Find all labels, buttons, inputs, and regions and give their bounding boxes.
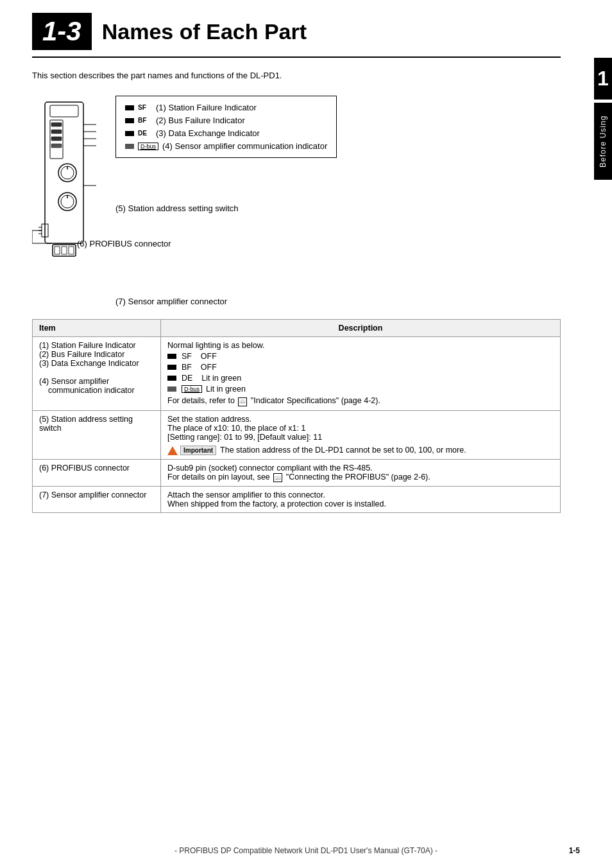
desc-bf-led [167, 365, 176, 370]
desc-bf-row: BF OFF [167, 363, 554, 372]
important-badge: Important [180, 446, 216, 455]
indicator-sf-row: SF (1) Station Failure Indicator [125, 103, 327, 112]
indicator-dbus-row: D-bus (4) Sensor amplifier communication… [125, 141, 327, 151]
svg-rect-1 [50, 105, 78, 117]
important-box: Important The station address of the DL-… [167, 446, 554, 455]
de-label: (3) Data Exchange Indicator [156, 128, 260, 138]
desc-de-row: DE Lit in green [167, 374, 554, 383]
desc-cell-6: D-sub9 pin (socket) connector compliant … [161, 459, 561, 487]
page-footer-right: 1-5 [569, 846, 580, 855]
item-cell-7: (7) Sensor amplifier connector [33, 487, 161, 513]
chapter-header: 1-3 Names of Each Part [32, 13, 561, 58]
desc-sf-row: SF OFF [167, 352, 554, 361]
side-tab: Before Using [594, 103, 612, 180]
item-cell-5: (5) Station address setting switch [33, 410, 161, 459]
indicator-bf-row: BF (2) Bus Failure Indicator [125, 116, 327, 125]
table-header-description: Description [161, 320, 561, 337]
desc-de-led [167, 376, 176, 381]
device-diagram [32, 96, 109, 309]
desc-cell-1: Normal lighting is as below. SF OFF BF O… [161, 337, 561, 411]
svg-rect-0 [45, 102, 83, 243]
profibus-desc-2: For details on pin layout, see 📖 "Connec… [167, 473, 554, 483]
profibus-label: (6) PROFIBUS connector [77, 239, 337, 248]
diagram-section: SF (1) Station Failure Indicator BF (2) … [32, 96, 561, 309]
table-row: (6) PROFIBUS connector D-sub9 pin (socke… [33, 459, 561, 487]
station-desc-2: The place of x10: 10, the place of x1: 1 [167, 424, 554, 433]
book-icon-2: 📖 [273, 473, 282, 482]
desc-sf-led [167, 354, 176, 359]
svg-rect-6 [51, 144, 62, 148]
normal-lighting-text: Normal lighting is as below. [167, 341, 554, 350]
desc-dbus-text: Lit in green [206, 385, 246, 394]
table-row: (1) Station Failure Indicator(2) Bus Fai… [33, 337, 561, 411]
dbus-led-icon [125, 144, 134, 149]
desc-bf-label: BF OFF [182, 363, 217, 372]
desc-dbus-row: D-bus Lit in green [167, 385, 554, 394]
sf-label: (1) Station Failure Indicator [156, 103, 257, 112]
station-desc-3: [Setting range]: 01 to 99, [Default valu… [167, 433, 554, 442]
svg-rect-4 [51, 130, 62, 134]
desc-ref-row: For details, refer to 📖 "Indicator Speci… [167, 396, 554, 406]
bf-label: (2) Bus Failure Indicator [156, 116, 245, 125]
table-row: (7) Sensor amplifier connector Attach th… [33, 487, 561, 513]
sf-led-icon [125, 105, 134, 110]
important-text: The station address of the DL-PD1 cannot… [220, 446, 466, 455]
diagram-labels: SF (1) Station Failure Indicator BF (2) … [115, 96, 337, 248]
item-cell-6: (6) PROFIBUS connector [33, 459, 161, 487]
svg-rect-3 [51, 123, 62, 126]
desc-dbus-led [167, 386, 176, 392]
profibus-desc-1: D-sub9 pin (socket) connector compliant … [167, 464, 554, 473]
sensor-amp-desc-2: When shipped from the factory, a protect… [167, 499, 554, 508]
item-cell-1: (1) Station Failure Indicator(2) Bus Fai… [33, 337, 161, 411]
page-number-tab: 1 [594, 58, 612, 100]
parts-table: Item Description (1) Station Failure Ind… [32, 319, 561, 513]
svg-rect-20 [69, 247, 74, 254]
sensor-amp-desc-1: Attach the sensor amplifier to this conn… [167, 490, 554, 499]
important-triangle-icon [167, 446, 178, 455]
page-footer: - PROFIBUS DP Compatible Network Unit DL… [0, 846, 612, 855]
indicator-de-row: DE (3) Data Exchange Indicator [125, 128, 327, 138]
indicator-box: SF (1) Station Failure Indicator BF (2) … [115, 96, 337, 158]
device-svg [32, 96, 96, 308]
desc-cell-7: Attach the sensor amplifier to this conn… [161, 487, 561, 513]
intro-text: This section describes the part names an… [32, 71, 561, 80]
bf-led-icon [125, 118, 134, 123]
book-icon-1: 📖 [238, 397, 247, 406]
table-header-item: Item [33, 320, 161, 337]
desc-de-label: DE Lit in green [182, 374, 241, 383]
station-desc-1: Set the station address. [167, 415, 554, 424]
svg-rect-19 [62, 247, 67, 254]
svg-rect-18 [55, 247, 60, 254]
station-switch-label: (5) Station address setting switch [115, 204, 337, 213]
desc-sf-label: SF OFF [182, 352, 217, 361]
de-led-icon [125, 131, 134, 136]
table-row: (5) Station address setting switch Set t… [33, 410, 561, 459]
desc-dbus-icon: D-bus [182, 385, 202, 393]
desc-cell-5: Set the station address. The place of x1… [161, 410, 561, 459]
chapter-title: Names of Each Part [102, 19, 307, 44]
dbus-label: (4) Sensor amplifier communication indic… [162, 141, 327, 151]
svg-rect-5 [51, 137, 62, 141]
chapter-number: 1-3 [32, 13, 92, 50]
